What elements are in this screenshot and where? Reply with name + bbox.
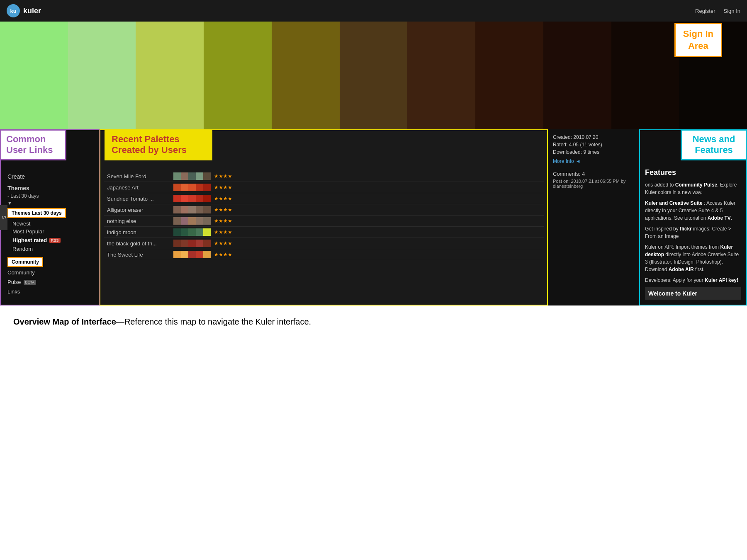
overview-bold: Overview Map of Interface <box>13 317 116 326</box>
news-panel: News andFeatures Features ons added to C… <box>639 129 747 305</box>
welcome-title: Welcome to Kuler <box>648 290 697 297</box>
palette-item[interactable]: indigo moon ★★★★ <box>104 227 544 238</box>
palette-name: The Sweet Life <box>107 252 173 258</box>
palette-colors <box>173 240 211 247</box>
palette-list-panel: Recent PalettesCreated by Users Seven Mi… <box>100 129 548 305</box>
overview-rest: Reference this map to navigate the Kuler… <box>124 317 311 326</box>
main-content: CommonUser Links S Create Themes - Last … <box>0 129 747 305</box>
feature-item-5: Developers: Apply for your Kuler API key… <box>645 276 741 284</box>
swatch-1 <box>0 22 68 129</box>
recent-palettes-annotation: Recent PalettesCreated by Users <box>105 129 212 160</box>
palette-colors <box>173 184 211 191</box>
detail-panel: Created: 2010.07.20 Rated: 4.05 (11 vote… <box>548 129 639 305</box>
highest-rated-row: Highest rated RSS <box>7 235 92 245</box>
palette-name: Seven Mile Ford <box>107 173 173 179</box>
palette-stars: ★★★★ <box>214 252 232 257</box>
swatch-2 <box>68 22 136 129</box>
palette-name: the black gold of th... <box>107 240 173 247</box>
register-link[interactable]: Register <box>695 8 715 14</box>
palette-item[interactable]: nothing else ★★★★ <box>104 216 544 227</box>
palette-stars: ★★★★ <box>214 184 232 190</box>
palette-colors <box>173 228 211 236</box>
color-swatches-bar <box>0 22 747 129</box>
swatch-9 <box>543 22 611 129</box>
swatch-7 <box>407 22 475 129</box>
palette-item[interactable]: the black gold of th... ★★★★ <box>104 238 544 249</box>
swatch-5 <box>272 22 340 129</box>
palette-item[interactable]: Sundried Tomato ... ★★★★ <box>104 193 544 204</box>
palette-item[interactable]: Seven Mile Ford ★★★★ <box>104 171 544 182</box>
feature-item-2: Kuler and Creative Suite : Access Kuler … <box>645 199 741 222</box>
more-info-button[interactable]: More Info ◄ <box>553 158 634 164</box>
swatch-8 <box>475 22 543 129</box>
palette-name: Japanese Art <box>107 184 173 191</box>
rss-badge: RSS <box>49 238 61 243</box>
detail-downloaded: Downloaded: 9 times <box>553 149 634 155</box>
palette-stars: ★★★★ <box>214 196 232 201</box>
arrow-icon: ◄ <box>576 158 581 164</box>
logo-area: ku kuler <box>7 4 41 17</box>
top-bar: ku kuler Register Sign In <box>0 0 747 22</box>
welcome-section: Welcome to Kuler <box>645 287 741 300</box>
highest-rated-link[interactable]: Highest rated <box>12 236 47 244</box>
palette-item[interactable]: Japanese Art ★★★★ <box>104 182 544 193</box>
random-link[interactable]: Random <box>7 245 92 253</box>
palette-name: Sundried Tomato ... <box>107 196 173 202</box>
post-info: Post on: 2010.07.21 at 06:55 PM by diane… <box>553 179 634 189</box>
palette-stars: ★★★★ <box>214 207 232 213</box>
s-button[interactable]: S <box>0 205 7 230</box>
feature-item-3: Get inspired by flickr images: Create > … <box>645 225 741 240</box>
themes-arrow[interactable]: ▼ <box>7 200 92 206</box>
palette-stars: ★★★★ <box>214 218 232 224</box>
swatch-3 <box>136 22 204 129</box>
swatch-10 <box>611 22 679 129</box>
detail-rated: Rated: 4.05 (11 votes) <box>553 142 634 148</box>
community-section: Community Community <box>7 257 92 276</box>
palette-name: Alligator eraser <box>107 207 173 213</box>
most-popular-link[interactable]: Most Popular <box>7 228 92 235</box>
swatch-6 <box>340 22 408 129</box>
palette-colors <box>173 217 211 225</box>
community-annotation: Community <box>7 257 43 267</box>
palette-item[interactable]: Alligator eraser ★★★★ <box>104 204 544 216</box>
palette-name: indigo moon <box>107 229 173 235</box>
palette-stars: ★★★★ <box>214 229 232 235</box>
themes-section: Themes - Last 30 days ▼ <box>7 183 92 207</box>
palette-colors <box>173 172 211 180</box>
community-link[interactable]: Community <box>7 269 92 276</box>
feature-item-4: Kuler on AIR: Import themes from Kuler d… <box>645 243 741 273</box>
themes-suffix: - Last 30 days <box>7 192 92 200</box>
comments-count: Comments: 4 <box>553 171 634 177</box>
palette-colors <box>173 195 211 202</box>
comments-section: Comments: 4 Post on: 2010.07.21 at 06:55… <box>553 171 634 189</box>
links-link[interactable]: Links <box>7 288 92 296</box>
em-dash: — <box>116 317 124 326</box>
sidebar-links: Create Themes - Last 30 days ▼ Themes La… <box>7 172 92 296</box>
top-nav: Register Sign In <box>695 8 740 14</box>
app-name: kuler <box>23 7 41 15</box>
logo-icon: ku <box>7 4 20 17</box>
swatch-4 <box>204 22 272 129</box>
pulse-row: Pulse BETA <box>7 278 92 286</box>
beta-badge: BETA <box>24 280 36 285</box>
palette-stars: ★★★★ <box>214 173 232 179</box>
bottom-description: Overview Map of Interface—Reference this… <box>0 305 747 338</box>
sign-in-link[interactable]: Sign In <box>724 8 740 14</box>
newest-link[interactable]: Newest <box>7 220 92 228</box>
themes-last-30-annotation: Themes Last 30 days <box>7 208 66 218</box>
palette-stars: ★★★★ <box>214 240 232 246</box>
palette-item[interactable]: The Sweet Life ★★★★ <box>104 249 544 260</box>
common-user-links-annotation: CommonUser Links <box>0 129 66 160</box>
palette-items: Seven Mile Ford ★★★★ Japanese Art <box>100 167 547 264</box>
palette-colors <box>173 251 211 258</box>
sidebar: CommonUser Links S Create Themes - Last … <box>0 129 100 305</box>
create-link[interactable]: Create <box>7 172 92 181</box>
pulse-link[interactable]: Pulse <box>7 278 21 286</box>
palette-colors <box>173 206 211 213</box>
palette-name: nothing else <box>107 218 173 224</box>
detail-created: Created: 2010.07.20 <box>553 134 634 140</box>
themes-label: Themes - Last 30 days ▼ <box>7 183 92 207</box>
feature-item-1: ons added to Community Pulse. Explore Ku… <box>645 181 741 196</box>
news-features-annotation: News andFeatures <box>681 129 747 160</box>
sign-in-area-annotation: Sign InArea <box>674 23 722 57</box>
